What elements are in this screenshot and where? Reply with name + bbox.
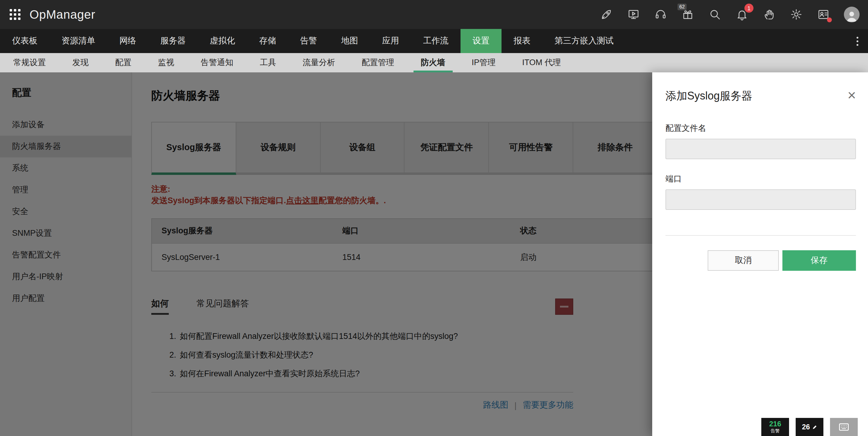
add-syslog-server-modal: 添加Syslog服务器 × 配置文件名 端口 取消 保存 [652, 72, 868, 436]
nav-more-menu-icon[interactable] [847, 29, 868, 53]
subnav-general-settings[interactable]: 常规设置 [0, 53, 59, 72]
subnav-configuration[interactable]: 配置 [102, 53, 145, 72]
modal-header: 添加Syslog服务器 × [665, 89, 856, 103]
subnav-config-management[interactable]: 配置管理 [348, 53, 407, 72]
modal-divider [665, 235, 856, 236]
training-video-icon[interactable] [627, 8, 640, 21]
nav-item-reports[interactable]: 报表 [501, 29, 542, 53]
feedback-widget[interactable] [830, 418, 858, 436]
nav-item-virtualization[interactable]: 虚拟化 [198, 29, 247, 53]
rewards-gift-icon[interactable]: 62 [681, 8, 694, 21]
alarm-count: 216 [769, 420, 781, 428]
pencil-icon [812, 424, 817, 430]
nav-item-maps[interactable]: 地图 [329, 29, 370, 53]
notes-count: 26 [802, 423, 810, 431]
alarm-label: 告警 [771, 428, 780, 434]
top-header: OpManager 62 1 [0, 0, 868, 29]
subnav-itom-agent[interactable]: ITOM 代理 [509, 53, 575, 72]
bell-badge: 1 [744, 4, 753, 13]
nav-item-settings[interactable]: 设置 [461, 29, 501, 53]
nav-item-alarms[interactable]: 告警 [288, 29, 329, 53]
gift-badge: 62 [678, 4, 687, 10]
port-label: 端口 [665, 174, 856, 184]
subnav-firewall[interactable]: 防火墙 [407, 53, 458, 72]
save-button[interactable]: 保存 [782, 250, 856, 271]
subnav-discovery[interactable]: 发现 [59, 53, 102, 72]
getting-started-rocket-icon[interactable] [600, 8, 613, 21]
subnav-notification[interactable]: 告警通知 [187, 53, 247, 72]
apps-grid-icon[interactable] [10, 9, 21, 20]
subnav-tools[interactable]: 工具 [247, 53, 289, 72]
profile-name-input[interactable] [665, 139, 856, 159]
nav-item-server[interactable]: 服务器 [148, 29, 198, 53]
search-icon[interactable] [708, 8, 721, 21]
subnav-ip-management[interactable]: IP管理 [458, 53, 509, 72]
feedback-hand-icon[interactable] [763, 8, 776, 21]
topbar-actions: 62 1 [600, 7, 860, 22]
user-avatar[interactable] [844, 7, 860, 22]
modal-title: 添加Syslog服务器 [665, 89, 752, 103]
main-navigation: 仪表板 资源清单 网络 服务器 虚拟化 存储 告警 地图 应用 工作流 设置 报… [0, 29, 868, 53]
nav-item-workflow[interactable]: 工作流 [411, 29, 461, 53]
content-region: 配置 添加设备 防火墙服务器 系统 管理 安全 SNMP设置 告警配置文件 用户… [0, 72, 868, 436]
nav-item-inventory[interactable]: 资源清单 [50, 29, 107, 53]
settings-sub-navigation: 常规设置 发现 配置 监视 告警通知 工具 流量分析 配置管理 防火墙 IP管理… [0, 53, 868, 72]
floating-widgets: 216 告警 26 [761, 418, 858, 436]
port-input[interactable] [665, 190, 856, 210]
nav-item-dashboard[interactable]: 仪表板 [0, 29, 50, 53]
feedback-icon [839, 423, 849, 431]
opmanager-app: OpManager 62 1 [0, 0, 868, 436]
subnav-monitoring[interactable]: 监视 [145, 53, 187, 72]
notifications-bell-icon[interactable]: 1 [735, 8, 749, 21]
nav-item-applications[interactable]: 应用 [370, 29, 411, 53]
subnav-netflow[interactable]: 流量分析 [289, 53, 348, 72]
nav-item-third-party-test[interactable]: 第三方嵌入测试 [542, 29, 626, 53]
app-logo[interactable]: OpManager [30, 7, 95, 21]
close-icon[interactable]: × [847, 89, 856, 101]
profile-name-label: 配置文件名 [665, 123, 856, 134]
nav-item-network[interactable]: 网络 [107, 29, 148, 53]
support-headset-icon[interactable] [654, 8, 667, 21]
license-user-icon[interactable] [817, 8, 830, 21]
cancel-button[interactable]: 取消 [708, 250, 779, 271]
modal-actions: 取消 保存 [665, 250, 856, 271]
nav-item-storage[interactable]: 存储 [247, 29, 288, 53]
license-alert-dot [827, 18, 832, 22]
alarm-count-widget[interactable]: 216 告警 [761, 418, 789, 436]
settings-gear-icon[interactable] [789, 8, 803, 21]
notes-count-widget[interactable]: 26 [796, 418, 824, 436]
